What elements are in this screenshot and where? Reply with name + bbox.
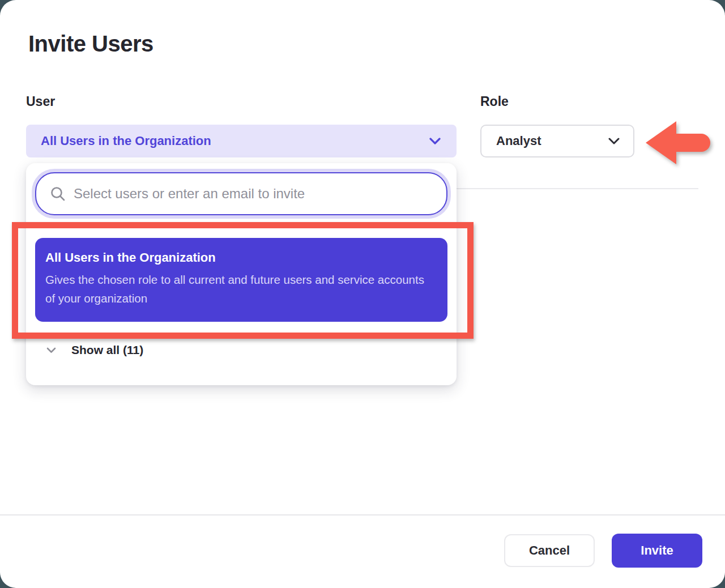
chevron-down-icon <box>608 138 620 144</box>
annotation-arrow-icon <box>645 119 711 169</box>
page-title: Invite Users <box>28 31 153 57</box>
invite-users-modal: Invite Users User All Users in the Organ… <box>0 0 725 588</box>
role-select-value: Analyst <box>496 134 541 148</box>
user-select[interactable]: All Users in the Organization <box>26 125 457 157</box>
show-all-toggle[interactable]: Show all (11) <box>46 343 143 357</box>
user-select-value: All Users in the Organization <box>41 134 211 148</box>
option-all-users[interactable]: All Users in the Organization Gives the … <box>35 238 447 322</box>
invite-button[interactable]: Invite <box>612 534 702 568</box>
show-all-label: Show all (11) <box>71 343 143 357</box>
role-field-label: Role <box>480 94 509 109</box>
footer-divider <box>0 514 725 515</box>
user-field-label: User <box>26 94 55 109</box>
chevron-down-icon <box>46 347 56 353</box>
user-search-input[interactable] <box>74 186 434 202</box>
role-select[interactable]: Analyst <box>480 125 634 157</box>
option-title: All Users in the Organization <box>45 250 430 265</box>
user-search-container <box>35 172 447 215</box>
option-description: Gives the chosen role to all current and… <box>45 270 430 308</box>
cancel-button[interactable]: Cancel <box>504 534 595 567</box>
search-icon <box>50 186 66 202</box>
chevron-down-icon <box>429 138 441 144</box>
user-dropdown-panel: All Users in the Organization Gives the … <box>26 163 457 385</box>
form-divider <box>457 188 698 189</box>
